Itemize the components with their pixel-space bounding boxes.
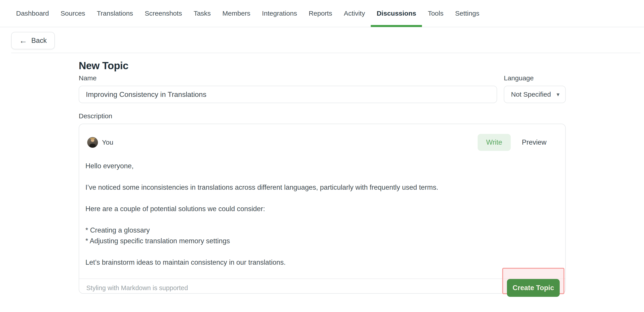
editor-text-line: * Creating a glossary <box>86 225 556 236</box>
editor-paragraph: Let’s brainstorm ideas to maintain consi… <box>86 257 556 268</box>
nav-tab-tools[interactable]: Tools <box>428 0 444 27</box>
create-topic-button[interactable]: Create Topic <box>507 279 560 297</box>
description-label: Description <box>79 112 566 120</box>
name-field-group: Name <box>79 74 497 103</box>
new-topic-form: New Topic Name Language Not Specified ▾ … <box>79 60 566 294</box>
editor-paragraph: Here are a couple of potential solutions… <box>86 203 556 214</box>
top-navigation: DashboardSourcesTranslationsScreenshotsT… <box>0 0 644 27</box>
nav-tab-activity[interactable]: Activity <box>344 0 365 27</box>
toolbar-divider <box>11 53 640 53</box>
topic-name-input[interactable] <box>79 86 497 103</box>
name-label: Name <box>79 74 497 82</box>
editor-text-line: * Adjusting specific translation memory … <box>86 236 556 246</box>
nav-tab-sources[interactable]: Sources <box>60 0 85 27</box>
tab-write[interactable]: Write <box>478 134 511 151</box>
editor-text-line: Hello everyone, <box>86 161 556 171</box>
author-name: You <box>102 139 113 146</box>
nav-tab-dashboard[interactable]: Dashboard <box>16 0 49 27</box>
editor-text-line: I’ve noticed some inconsistencies in tra… <box>86 182 556 193</box>
markdown-hint: Styling with Markdown is supported <box>86 284 188 292</box>
name-language-row: Name Language Not Specified ▾ <box>79 74 566 103</box>
language-label: Language <box>504 74 566 82</box>
nav-tab-discussions[interactable]: Discussions <box>376 0 416 27</box>
nav-tab-translations[interactable]: Translations <box>97 0 133 27</box>
editor-paragraph: * Creating a glossary* Adjusting specifi… <box>86 225 556 246</box>
back-button[interactable]: ← Back <box>11 32 55 49</box>
nav-tab-integrations[interactable]: Integrations <box>262 0 297 27</box>
editor-text-line: Here are a couple of potential solutions… <box>86 203 556 214</box>
page-title: New Topic <box>79 60 566 71</box>
description-editor-card: You Write Preview Hello everyone,I’ve no… <box>79 124 566 294</box>
editor-body[interactable]: Hello everyone,I’ve noticed some inconsi… <box>79 151 565 279</box>
editor-text-line: Let’s brainstorm ideas to maintain consi… <box>86 257 556 268</box>
nav-tab-settings[interactable]: Settings <box>455 0 479 27</box>
language-field-group: Language Not Specified ▾ <box>504 74 566 103</box>
nav-tab-tasks[interactable]: Tasks <box>194 0 211 27</box>
back-toolbar: ← Back <box>0 27 644 53</box>
editor-header: You Write Preview <box>79 124 565 151</box>
back-button-label: Back <box>31 37 47 45</box>
tab-preview[interactable]: Preview <box>522 138 546 147</box>
back-arrow-icon: ← <box>19 37 27 45</box>
chevron-down-icon: ▾ <box>556 91 560 98</box>
avatar <box>87 137 98 148</box>
nav-tab-screenshots[interactable]: Screenshots <box>145 0 182 27</box>
editor-paragraph: I’ve noticed some inconsistencies in tra… <box>86 182 556 193</box>
language-select[interactable]: Not Specified ▾ <box>504 86 566 103</box>
editor-footer: Styling with Markdown is supported Creat… <box>79 279 565 297</box>
editor-paragraph: Hello everyone, <box>86 161 556 171</box>
language-select-value: Not Specified <box>511 91 551 98</box>
nav-tab-members[interactable]: Members <box>222 0 250 27</box>
nav-tabs: DashboardSourcesTranslationsScreenshotsT… <box>16 0 480 27</box>
nav-tab-reports[interactable]: Reports <box>308 0 332 27</box>
